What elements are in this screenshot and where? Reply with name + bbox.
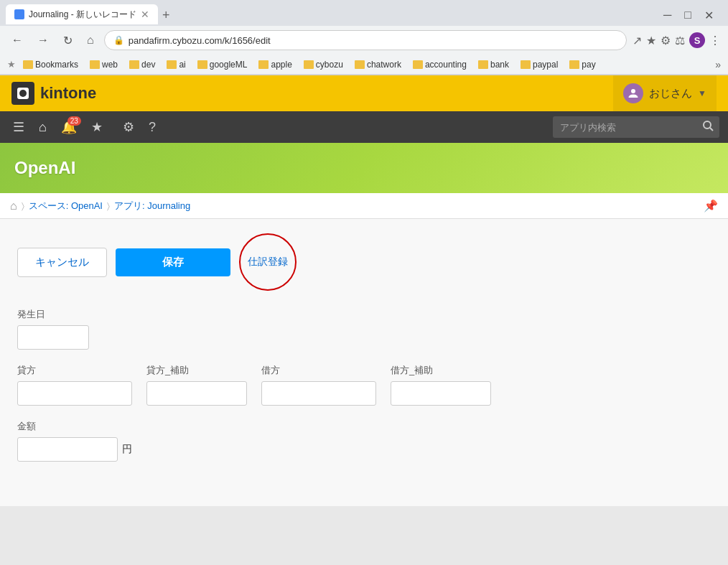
credit-label: 貸方 [17,364,132,377]
bookmark-label: web [102,60,118,70]
folder-icon [167,60,177,69]
browser-chrome: Journaling - 新しいレコード ✕ + ─ □ ✕ ← → ↻ ⌂ 🔒… [0,0,728,75]
hamburger-icon[interactable]: ☰ [9,115,29,139]
svg-line-4 [710,128,713,131]
settings-icon[interactable]: ⚙ [661,34,671,47]
amount-label: 金額 [17,420,711,433]
debit-sub-input[interactable] [391,381,491,406]
bookmark-pay[interactable]: pay [565,58,599,71]
url-text: pandafirm.cybozu.com/k/1656/edit [129,35,617,46]
bookmark-apple[interactable]: apple [254,58,296,71]
bookmark-label: apple [271,60,291,70]
bookmark-star-icon[interactable]: ★ [646,34,656,47]
home-nav-icon[interactable]: ⌂ [34,116,51,139]
yen-suffix: 円 [122,443,132,456]
bookmark-label: accounting [425,60,467,70]
user-avatar [623,83,643,103]
profile-avatar[interactable]: S [689,32,705,48]
header-right: おじさん ▼ [613,75,717,111]
folder-icon [129,60,139,69]
debit-sub-field-group: 借方_補助 [391,364,491,406]
close-button[interactable]: ✕ [699,7,719,24]
search-bar[interactable] [553,116,719,138]
breadcrumb-app[interactable]: アプリ: Journaling [114,200,190,213]
bookmark-label: googleML [210,60,248,70]
bookmark-accounting[interactable]: accounting [409,58,471,71]
credit-sub-label: 貸方_補助 [146,364,247,377]
forward-button[interactable]: → [33,32,53,48]
logo-text: kintone [40,84,96,103]
credit-input[interactable] [17,381,132,406]
bookmark-label: dev [141,60,155,70]
cancel-button[interactable]: キャンセル [17,248,107,277]
journalize-button[interactable]: 仕訳登録 [239,233,297,291]
bookmark-dev[interactable]: dev [125,58,159,71]
debit-label: 借方 [261,364,376,377]
credit-field-group: 貸方 [17,364,132,406]
reload-button[interactable]: ↻ [59,32,77,49]
save-button[interactable]: 保存 [116,248,230,276]
svg-point-3 [704,121,711,129]
bookmark-cybozu[interactable]: cybozu [299,58,347,71]
extensions-icon[interactable]: ⚖ [675,34,685,47]
folder-icon [569,60,579,69]
app-title: OpenAI [14,158,75,178]
home-button[interactable]: ⌂ [83,32,98,48]
folder-icon [521,60,531,69]
new-tab-button[interactable]: + [162,4,170,26]
pin-icon[interactable]: 📌 [704,199,718,213]
bookmark-label: ai [179,60,185,70]
user-name: おじさん [649,87,692,101]
svg-point-1 [19,90,27,97]
restore-button[interactable]: □ [678,7,697,23]
bookmark-web[interactable]: web [85,58,122,71]
date-input[interactable] [17,325,89,350]
bookmark-googleml[interactable]: googleML [193,58,252,71]
tab-close-button[interactable]: ✕ [141,9,149,20]
credit-sub-input[interactable] [146,381,247,406]
kintone-logo: kintone [11,82,96,105]
address-actions: ↗ ★ ⚙ ⚖ S ⋮ [633,32,721,48]
more-options-icon[interactable]: ⋮ [709,34,721,47]
back-button[interactable]: ← [7,32,27,48]
bookmark-paypal[interactable]: paypal [516,58,562,71]
bookmark-label: pay [582,60,595,70]
amount-row: 円 [17,437,711,462]
debit-input[interactable] [261,381,376,406]
bookmark-item[interactable]: Bookmarks [19,58,83,71]
amount-input[interactable] [17,437,118,462]
folder-icon [90,60,100,69]
debit-sub-label: 借方_補助 [391,364,491,377]
bookmark-bank[interactable]: bank [474,58,513,71]
folder-icon [478,60,488,69]
credit-sub-field-group: 貸方_補助 [146,364,247,406]
breadcrumb-space[interactable]: スペース: OpenAI [29,200,103,213]
breadcrumb-home-icon[interactable]: ⌂ [10,200,17,213]
tab-favicon [14,9,24,19]
bookmark-chatwork[interactable]: chatwork [350,58,406,71]
breadcrumb: ⌂ 〉 スペース: OpenAI 〉 アプリ: Journaling 📌 [0,193,728,219]
help-icon[interactable]: ? [144,116,160,139]
active-tab[interactable]: Journaling - 新しいレコード ✕ [6,4,158,24]
folder-icon [197,60,207,69]
search-button[interactable] [696,120,719,134]
bookmark-label: bank [490,60,509,70]
search-input[interactable] [553,122,696,133]
bookmark-ai[interactable]: ai [162,58,190,71]
address-bar: ← → ↻ ⌂ 🔒 pandafirm.cybozu.com/k/1656/ed… [0,26,728,55]
share-icon[interactable]: ↗ [633,34,642,47]
favorites-icon[interactable]: ★ [87,115,107,139]
bookmark-label: Bookmarks [35,60,78,70]
minimize-button[interactable]: ─ [658,7,677,23]
kintone-navbar: ☰ ⌂ 🔔 23 ★ ⚙? [0,111,728,143]
breadcrumb-sep-1: 〉 [22,201,24,211]
bookmarks-more-icon[interactable]: » [715,59,721,70]
folder-icon [23,60,33,69]
url-bar[interactable]: 🔒 pandafirm.cybozu.com/k/1656/edit [104,30,627,50]
user-menu-button[interactable]: おじさん ▼ [613,75,717,111]
settings-nav-icon[interactable]: ⚙ [118,115,139,139]
bookmarks-star-icon[interactable]: ★ [7,59,16,70]
user-chevron-icon: ▼ [698,88,706,98]
kintone-header: kintone おじさん ▼ [0,75,728,111]
kintone-app: kintone おじさん ▼ ☰ ⌂ 🔔 23 ★ ⚙? [0,75,728,506]
